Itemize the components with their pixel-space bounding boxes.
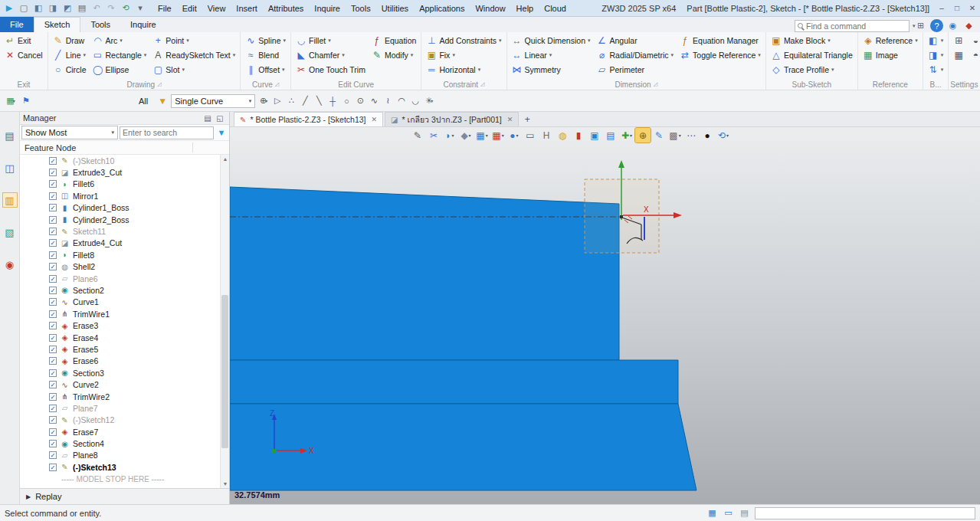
sync-icon[interactable]: ⟲ xyxy=(120,2,132,15)
offset-button[interactable]: ∥Offset▾ xyxy=(242,62,289,77)
add-filter-icon[interactable]: ⊕▾ xyxy=(257,93,270,109)
copy-icon[interactable]: ▣ xyxy=(587,128,602,143)
axis-filter-icon[interactable]: ┼ xyxy=(326,93,339,109)
grid-icon[interactable]: ▦▾ xyxy=(490,128,506,143)
perimeter-button[interactable]: ▱Perimeter xyxy=(594,62,677,77)
model-canvas[interactable]: X Z X xyxy=(230,127,980,504)
feature-node-section4[interactable]: ✓◉Section4 xyxy=(20,437,219,449)
circle-filter-icon[interactable]: ○ xyxy=(339,93,353,109)
polygon-display-icon[interactable]: ◆▾ xyxy=(458,128,474,143)
target-snap-icon[interactable]: ⊕ xyxy=(635,128,651,143)
feature-node-erase7[interactable]: ✓◈Erase7 xyxy=(20,426,219,437)
save-icon[interactable]: ◧ xyxy=(32,2,44,15)
notification-icon[interactable]: ◆ xyxy=(962,19,975,32)
menu-insert[interactable]: Insert xyxy=(231,2,263,15)
checkbox-checked-icon[interactable]: ✓ xyxy=(49,451,57,459)
checkbox-checked-icon[interactable]: ✓ xyxy=(49,440,57,447)
tree-filter-icon[interactable]: ▼ xyxy=(215,128,228,137)
menu-window[interactable]: Window xyxy=(470,2,510,15)
menu-file[interactable]: File xyxy=(152,2,177,15)
modify-button[interactable]: ✎Modify▾ xyxy=(369,48,419,62)
checkbox-checked-icon[interactable]: ✓ xyxy=(49,464,57,471)
checkbox-checked-icon[interactable]: ✓ xyxy=(49,334,57,342)
checkbox-checked-icon[interactable]: ✓ xyxy=(49,239,57,247)
dialog-launcher-icon[interactable]: ◿ xyxy=(654,81,657,87)
checkbox-checked-icon[interactable]: ✓ xyxy=(49,310,57,318)
annotate-pen-icon[interactable]: ✎ xyxy=(651,128,667,143)
trim-tool-icon[interactable]: ✂ xyxy=(426,128,441,143)
checkbox-checked-icon[interactable]: ✓ xyxy=(49,393,57,401)
image-button[interactable]: ▦Image xyxy=(860,48,921,62)
tree-search-input[interactable] xyxy=(123,128,211,137)
draw-button[interactable]: ✎Draw xyxy=(50,33,90,48)
add-constraints-button[interactable]: ⊥Add Constraints▾ xyxy=(423,33,504,48)
chamfer-button[interactable]: ◣Chamfer▾ xyxy=(293,48,369,62)
quick-dimension-button[interactable]: ↔Quick Dimension▾ xyxy=(509,33,594,48)
new-doc-icon[interactable]: ▢ xyxy=(18,2,30,15)
line-button[interactable]: ╱Line▾ xyxy=(50,48,90,62)
feature-node-section2[interactable]: ✓◉Section2 xyxy=(20,284,219,296)
equilateral-triangle-button[interactable]: △Equilateral Triangle xyxy=(768,48,856,62)
menu-attributes[interactable]: Attributes xyxy=(263,2,309,15)
angular-button[interactable]: ∠Angular xyxy=(594,33,677,48)
manager-pin-icon[interactable]: ◱ xyxy=(214,114,226,123)
feature-node-plane7[interactable]: ✓▱Plane7 xyxy=(20,402,219,414)
make-block-button[interactable]: ▣Make Block▾ xyxy=(768,33,856,48)
feature-node-sketch11[interactable]: ✓✎Sketch11 xyxy=(20,225,219,237)
feature-node-fillet8[interactable]: ✓◗Fillet8 xyxy=(20,249,219,260)
readysketch-text-button[interactable]: AReadySketch Text▾ xyxy=(149,48,238,62)
feature-node-cylinder1-boss[interactable]: ✓▮Cylinder1_Boss xyxy=(20,202,219,214)
arc-button[interactable]: ◠Arc▾ xyxy=(90,33,150,48)
preferences-icon-button[interactable]: ◓ xyxy=(967,48,980,62)
select-icon[interactable]: ▶ xyxy=(3,2,15,15)
save-as-icon[interactable]: ◨ xyxy=(47,2,59,15)
toggle-reference-button[interactable]: ⇄Toggle Reference▾ xyxy=(677,48,764,62)
flag-icon[interactable]: ⚑ xyxy=(19,93,33,109)
manager-menu-icon[interactable]: ▤ xyxy=(202,114,214,123)
frame-icon[interactable]: ▭ xyxy=(523,128,538,143)
regen-icon[interactable]: ⟲▾ xyxy=(716,128,731,143)
feature-node-fillet6[interactable]: ✓◗Fillet6 xyxy=(20,179,219,190)
menu-applications[interactable]: Applications xyxy=(414,2,470,15)
material-manager-icon[interactable]: ◉ xyxy=(3,257,17,271)
filter-settings-icon[interactable]: ✳▾ xyxy=(422,93,436,109)
model-upper-body[interactable] xyxy=(230,187,619,360)
menu-help[interactable]: Help xyxy=(511,2,539,15)
symmetry-button[interactable]: ⋈Symmetry xyxy=(509,62,594,77)
blank-icon-button[interactable]: ◧▾ xyxy=(925,33,947,48)
document-tab-bottle-plastic-2-z3-sketch13[interactable]: ✎* Bottle Plastic-2.Z3 - [Sketch13]✕ xyxy=(234,112,383,126)
menu-tools[interactable]: Tools xyxy=(346,2,376,15)
feature-node-sketch12[interactable]: ✓✎(-)Sketch12 xyxy=(20,415,219,426)
feature-node-section3[interactable]: ✓◉Section3 xyxy=(20,367,219,378)
checkbox-checked-icon[interactable]: ✓ xyxy=(49,298,57,306)
feature-node-trimwire1[interactable]: ✓⋔TrimWire1 xyxy=(20,308,219,319)
feature-node-curve2[interactable]: ✓∿Curve2 xyxy=(20,378,219,390)
ellipse-button[interactable]: ◯Ellipse xyxy=(90,62,150,77)
menu-view[interactable]: View xyxy=(202,2,231,15)
new-tab-button[interactable]: + xyxy=(520,113,534,126)
circle-button[interactable]: ○Circle xyxy=(50,62,90,77)
replay-section[interactable]: ▶ Replay xyxy=(20,488,229,504)
checkbox-checked-icon[interactable]: ✓ xyxy=(49,216,57,224)
one-touch-trim-button[interactable]: ✂One Touch Trim xyxy=(293,62,369,77)
quick-access-dropdown-icon[interactable]: ▾ xyxy=(134,2,146,15)
feature-node-mirror1[interactable]: ✓◫Mirror1 xyxy=(20,190,219,202)
viewport[interactable]: X Z X ✎✂◗▾◆▾▦▾▦▾●▾▭Η◍▮▣▤✚▾⊕✎▩▾⋯●⟲▾ 32.75… xyxy=(230,127,980,504)
dialog-launcher-icon[interactable]: ◿ xyxy=(480,81,484,87)
curve-filter-icon[interactable]: ≀ xyxy=(381,93,395,109)
menu-cloud[interactable]: Cloud xyxy=(539,2,572,15)
checkbox-checked-icon[interactable]: ✓ xyxy=(49,346,57,353)
checkbox-checked-icon[interactable]: ✓ xyxy=(49,157,57,165)
checkbox-checked-icon[interactable]: ✓ xyxy=(49,204,57,211)
status-input-field[interactable] xyxy=(755,507,975,519)
checkbox-checked-icon[interactable]: ✓ xyxy=(49,357,57,365)
feature-node-erase6[interactable]: ✓◈Erase6 xyxy=(20,356,219,367)
render-mode-icon[interactable]: ●▾ xyxy=(506,128,522,143)
feature-node-extrude4-cut[interactable]: ✓◪Extrude4_Cut xyxy=(20,238,219,249)
sketch-pen-icon[interactable]: ✎ xyxy=(410,128,425,143)
entity-filter-select[interactable]: Single Curve ▾ xyxy=(171,94,255,108)
table-icon[interactable]: ▦▾ xyxy=(474,128,490,143)
red-block-icon[interactable]: ▮ xyxy=(571,128,586,143)
swatch-icon[interactable]: ▩▾ xyxy=(667,128,683,143)
ribbon-tab-inquire[interactable]: Inquire xyxy=(120,17,166,32)
